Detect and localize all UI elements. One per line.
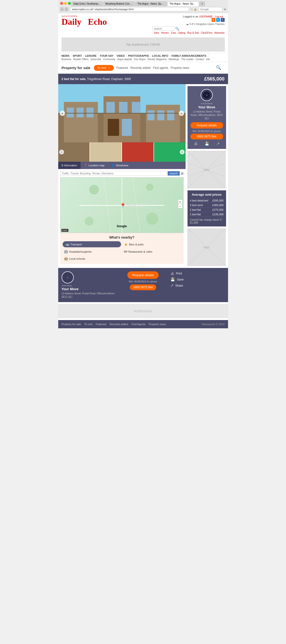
map-view[interactable]: 📍 + − Earth Google Map data ©2014 Google… [60,177,184,233]
nav-your-say[interactable]: YOUR SAY [98,54,115,57]
advertise-link[interactable]: Advertise [214,32,225,34]
footer-recently-added[interactable]: Recently added [110,323,128,326]
tab-streetview[interactable]: 👤 Streetview [108,162,132,169]
svg-rect-11 [108,119,119,136]
nearby-transport[interactable]: 🚌 Transport [63,241,121,247]
nav-family-announcements[interactable]: FAMILY ANNOUNCEMENTS [170,54,208,57]
thumb-2[interactable] [90,142,122,162]
agent-phone-btn[interactable]: 0800 0675 564 [190,134,223,140]
sub-weddings[interactable]: Weddings [169,58,179,60]
buy-sell-link[interactable]: Buy & Sell [187,32,199,34]
browser-controls: ‹ › ☆ 🔒 ⚙ [60,7,226,12]
share-icon[interactable]: ↗ [216,141,219,146]
nearby-restaurants[interactable]: 🍽 Restaurants & cafes [123,249,181,254]
zoom-in-btn[interactable]: + [178,200,182,204]
tab-information[interactable]: ℹ Information [58,162,81,169]
map-grid-icon[interactable]: ⊞ [181,172,184,175]
sub-community[interactable]: Community [103,58,115,60]
nav-leisure[interactable]: LEISURE [83,54,98,57]
rss-icon[interactable]: R [211,18,215,22]
homes-link[interactable]: Homes [161,32,169,34]
nearby-bars-pubs[interactable]: 🍺 Bars & pubs [123,241,181,247]
footer-share-action[interactable]: ↗ Share [170,283,225,288]
username-link[interactable]: USERNAME [199,15,213,18]
browser-tab-2[interactable]: Morphing Buttons Concept | D...× [103,2,135,6]
sub-subscribe[interactable]: Subscribe [91,58,101,60]
property-news-link[interactable]: Property news [171,66,189,70]
browser-tab-1[interactable]: Daily Echo | Southampton ...× [71,2,103,6]
sub-info[interactable]: Info [206,58,210,60]
find-agents-link[interactable]: Find agents [153,66,168,70]
map-search-input[interactable] [60,171,167,176]
window-minimize-btn[interactable] [64,2,67,5]
cars-link[interactable]: Cars [171,32,176,34]
property-search-icon[interactable]: 🔍 [212,64,225,72]
back-btn[interactable]: ‹ [60,7,64,11]
tab-location-map[interactable]: 📍 Location map [81,162,108,169]
nav-sport[interactable]: SPORT [71,54,84,57]
window-close-btn[interactable] [60,2,63,5]
browser-tab-3[interactable]: The Argus - News, Sport, ...× [135,2,167,6]
thumb-prev-btn[interactable]: ‹ [59,150,64,154]
sub-the-leader[interactable]: The Leader [181,58,194,60]
click2find-link[interactable]: Click2Find [201,32,212,34]
footer-property-news[interactable]: Property news [149,323,166,326]
image-next-btn[interactable]: › [179,110,184,116]
footer-to-rent[interactable]: To rent [84,323,93,326]
forward-btn[interactable]: › [65,7,68,11]
logo[interactable]: Daily Echo [62,18,107,26]
bottom-leaderboard-ad: leaderboard [58,304,228,318]
facebook-icon[interactable]: f [221,18,225,22]
logged-in-prefix: Logged in as [183,15,198,18]
url-bar[interactable] [70,7,189,12]
nearby-hospitals[interactable]: 🏥 Hospitals/surgeries [63,249,121,254]
logout-link[interactable]: Log out [215,15,223,18]
footer-find-agents[interactable]: Find Agents [131,323,146,326]
request-details-btn[interactable]: Request details [190,122,223,128]
nav-local-info[interactable]: LOCAL INFO [151,54,170,57]
footer-featured[interactable]: Featured [96,323,107,326]
sub-your-argus[interactable]: Your Argus [134,58,146,60]
header-search-btn[interactable]: 🔍 [175,27,179,30]
bookmark-icon[interactable]: ☆ [191,8,193,11]
sub-business[interactable]: Business [62,58,72,60]
jobs-link[interactable]: Jobs [154,32,159,34]
nav-photographs[interactable]: PHOTOGRAPHS [127,54,151,57]
image-prev-btn[interactable]: ‹ [60,110,65,116]
nav-news[interactable]: NEWS [62,54,71,57]
footer-agent-info: ○ YOUR MOVE Your Move 12 Address Street,… [62,271,116,299]
footer-agent-section: ○ YOUR MOVE Your Move 12 Address Street,… [58,268,228,302]
thumb-3[interactable] [122,142,154,162]
recently-added-link[interactable]: Recently added [130,66,150,70]
settings-icon[interactable]: ⚙ [224,8,226,11]
zoom-out-btn[interactable]: − [178,204,182,208]
browser-tab-new[interactable]: + [199,2,205,6]
sub-contact[interactable]: Contact [195,58,204,60]
thumb-next-btn[interactable]: › [180,150,185,154]
twitter-icon[interactable]: t [216,18,220,22]
footer-property-for-sale[interactable]: Property for sale [62,323,81,326]
svg-text:📍: 📍 [119,203,126,209]
footer-print-action[interactable]: 🖨 Print [170,271,225,276]
save-icon[interactable]: 💾 [204,141,209,146]
footer-save-action[interactable]: 💾 Save [170,277,225,282]
streetview-icon: 👤 [111,164,115,167]
sub-society-magazine[interactable]: Society Magazine [147,58,167,60]
sub-reader-offers[interactable]: Reader Offers [73,58,89,60]
footer-save-icon: 💾 [170,277,175,282]
featured-link[interactable]: Featured [116,66,128,70]
dating-link[interactable]: Dating [178,32,185,34]
nearby-schools[interactable]: 🏫 Local schools [63,256,121,262]
to-rent-button[interactable]: To rent → [94,65,114,71]
sub-argus-appeal[interactable]: Argus Appeal [117,58,132,60]
print-icon[interactable]: 🖨 [194,141,198,146]
window-maximize-btn[interactable] [68,2,71,5]
browser-tab-4[interactable]: The Argus - News, Sport, ...× [167,2,199,6]
header: SOUTHERN Daily Echo Logged in as USERNAM… [58,13,228,36]
footer-request-btn[interactable]: Request details [127,271,159,279]
nav-video[interactable]: VIDEO [115,54,127,57]
browser-search-input[interactable] [198,7,222,12]
header-search-input[interactable] [152,26,174,31]
footer-phone-btn[interactable]: 0800 0675 564 [130,284,156,290]
map-search-btn[interactable]: search [168,171,179,176]
